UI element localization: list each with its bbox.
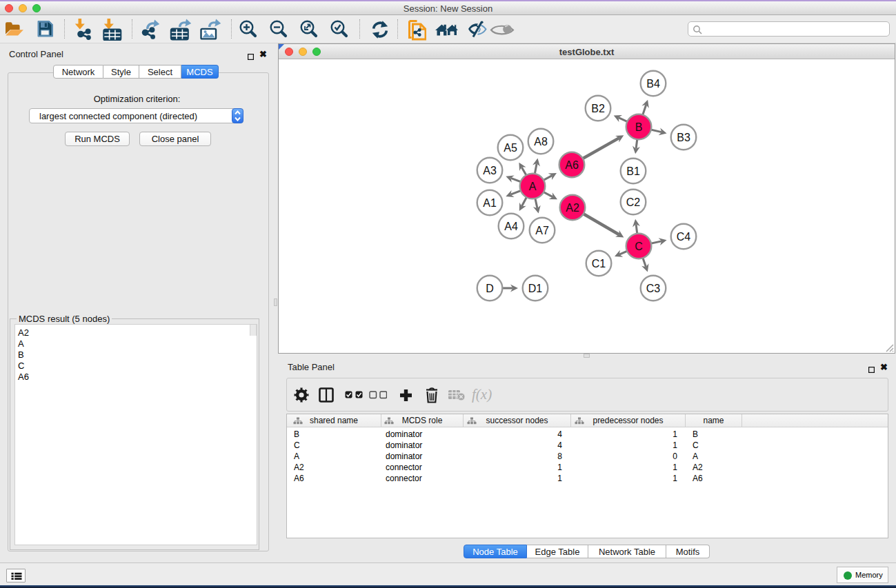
svg-text:A7: A7 [535, 225, 549, 236]
svg-text:B3: B3 [677, 132, 690, 143]
svg-text:A2: A2 [566, 202, 579, 214]
svg-text:B4: B4 [646, 78, 660, 90]
svg-text:C1: C1 [592, 258, 606, 270]
svg-text:A8: A8 [534, 136, 548, 148]
svg-text:D1: D1 [528, 283, 543, 294]
svg-text:C3: C3 [646, 283, 661, 294]
svg-text:D: D [486, 283, 494, 294]
svg-text:A: A [529, 181, 537, 192]
svg-text:C4: C4 [677, 231, 691, 243]
svg-text:B: B [635, 121, 643, 133]
svg-text:A5: A5 [504, 142, 517, 154]
svg-text:A1: A1 [483, 197, 497, 209]
svg-text:B2: B2 [591, 103, 605, 114]
svg-text:A6: A6 [565, 159, 579, 171]
svg-text:B1: B1 [626, 165, 640, 177]
svg-text:C2: C2 [626, 196, 641, 208]
svg-text:A4: A4 [504, 221, 518, 232]
svg-text:A3: A3 [483, 165, 497, 176]
svg-text:C: C [635, 241, 643, 252]
